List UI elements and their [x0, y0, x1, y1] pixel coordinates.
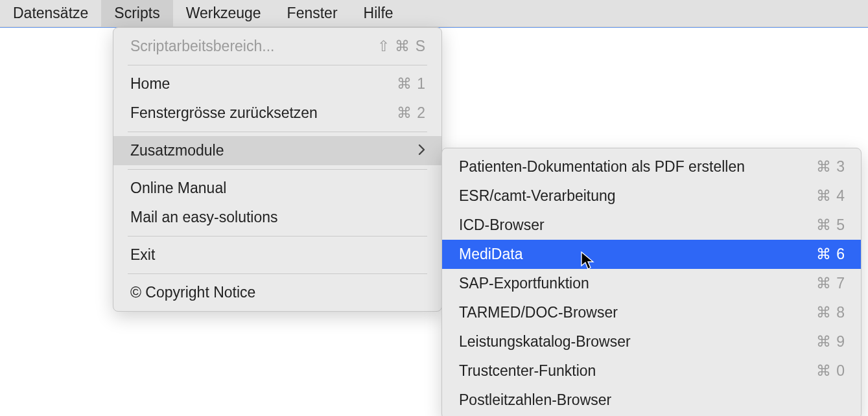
menu-item-fenster-reset[interactable]: Fenstergrösse zurücksetzen ⌘ 2	[113, 98, 441, 128]
menu-item-label: ESR/camt-Verarbeitung	[459, 186, 616, 206]
submenu-item-leistung[interactable]: Leistungskatalog-Browser ⌘ 9	[442, 327, 861, 356]
submenu-item-medidata[interactable]: MediData ⌘ 6	[442, 240, 861, 269]
menu-item-shortcut: ⌘ 0	[816, 361, 845, 381]
menu-item-shortcut: ⌘ 6	[816, 244, 845, 264]
menu-item-label: Exit	[130, 245, 155, 265]
submenu-item-esr[interactable]: ESR/camt-Verarbeitung ⌘ 4	[442, 181, 861, 211]
scripts-dropdown: Scriptarbeitsbereich... ⇧ ⌘ S Home ⌘ 1 F…	[113, 27, 442, 312]
menu-separator	[128, 132, 427, 132]
menu-item-shortcut: ⌘ 5	[816, 215, 845, 235]
menu-item-label: Scriptarbeitsbereich...	[130, 36, 274, 56]
menu-item-label: Patienten-Dokumentation als PDF erstelle…	[459, 157, 745, 177]
menu-item-shortcut: ⌘ 2	[397, 103, 426, 123]
menu-item-exit[interactable]: Exit	[113, 240, 441, 270]
menu-item-label: Leistungskatalog-Browser	[459, 332, 631, 352]
menu-separator	[128, 236, 427, 237]
menu-item-label: SAP-Exportfunktion	[459, 273, 589, 294]
menubar-item-fenster[interactable]: Fenster	[274, 0, 351, 27]
menu-item-label: Zusatzmodule	[130, 141, 224, 161]
menu-item-label: Trustcenter-Funktion	[459, 361, 596, 381]
menu-item-shortcut: ⌘ 7	[816, 273, 845, 294]
menu-item-copyright[interactable]: © Copyright Notice	[113, 278, 441, 307]
menubar-item-hilfe[interactable]: Hilfe	[351, 0, 406, 27]
menu-item-shortcut: ⇧ ⌘ S	[377, 36, 426, 56]
zusatzmodule-submenu: Patienten-Dokumentation als PDF erstelle…	[441, 148, 862, 416]
menu-item-label: Home	[130, 74, 170, 94]
menu-item-label: MediData	[459, 244, 522, 264]
menubar: Datensätze Scripts Werkzeuge Fenster Hil…	[0, 0, 868, 27]
menu-item-zusatzmodule[interactable]: Zusatzmodule	[113, 136, 441, 165]
menu-item-label: ICD-Browser	[459, 215, 545, 235]
menu-item-home[interactable]: Home ⌘ 1	[113, 69, 441, 98]
menu-separator	[128, 65, 427, 65]
submenu-item-plz[interactable]: Postleitzahlen-Browser	[442, 386, 861, 415]
submenu-item-sap[interactable]: SAP-Exportfunktion ⌘ 7	[442, 269, 861, 298]
menubar-item-scripts[interactable]: Scripts	[101, 0, 172, 27]
menubar-item-werkzeuge[interactable]: Werkzeuge	[173, 0, 274, 27]
menu-item-shortcut: ⌘ 4	[816, 186, 845, 206]
menu-item-label: © Copyright Notice	[130, 283, 255, 303]
menu-item-online-manual[interactable]: Online Manual	[113, 174, 441, 203]
menu-item-label: Mail an easy-solutions	[130, 207, 278, 227]
chevron-right-icon	[418, 141, 426, 161]
submenu-item-trustcenter[interactable]: Trustcenter-Funktion ⌘ 0	[442, 356, 861, 386]
menu-separator	[128, 169, 427, 170]
menu-item-shortcut: ⌘ 8	[816, 303, 845, 323]
menu-item-shortcut: ⌘ 1	[397, 74, 426, 94]
menu-item-shortcut: ⌘ 9	[816, 332, 845, 352]
menu-item-label: Postleitzahlen-Browser	[459, 390, 611, 410]
submenu-item-pdf[interactable]: Patienten-Dokumentation als PDF erstelle…	[442, 152, 861, 181]
menu-item-shortcut: ⌘ 3	[816, 157, 845, 177]
menu-item-label: Online Manual	[130, 178, 226, 198]
submenu-item-icd[interactable]: ICD-Browser ⌘ 5	[442, 211, 861, 240]
menu-separator	[128, 273, 427, 274]
submenu-item-tarmed[interactable]: TARMED/DOC-Browser ⌘ 8	[442, 298, 861, 327]
menu-item-label: TARMED/DOC-Browser	[459, 303, 618, 323]
menu-item-mail[interactable]: Mail an easy-solutions	[113, 203, 441, 232]
menubar-item-datensaetze[interactable]: Datensätze	[0, 0, 101, 27]
menu-item-scriptarbeitsbereich[interactable]: Scriptarbeitsbereich... ⇧ ⌘ S	[113, 32, 441, 61]
menu-item-label: Fenstergrösse zurücksetzen	[130, 103, 318, 123]
